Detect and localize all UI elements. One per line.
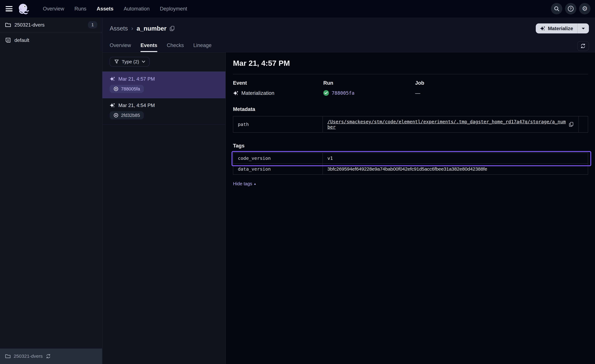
- copy-icon: [569, 122, 574, 127]
- folder-icon: [5, 22, 11, 28]
- nav-item-deployment[interactable]: Deployment: [160, 6, 187, 12]
- materialization-icon: [233, 90, 239, 96]
- run-column-label: Run: [323, 80, 415, 86]
- sidebar-footer[interactable]: 250321-dvers: [0, 349, 102, 364]
- settings-button[interactable]: ⚙: [579, 3, 590, 14]
- sidebar-item-code-location[interactable]: 250321-dvers 1: [0, 17, 102, 33]
- page-title: a_number: [137, 25, 166, 32]
- top-nav: Overview Runs Assets Automation Deployme…: [0, 0, 595, 17]
- job-value: —: [415, 90, 420, 96]
- dagster-logo[interactable]: [17, 2, 30, 15]
- materialization-icon: [110, 76, 115, 82]
- event-list-item[interactable]: Mar 21, 4:54 PM 2fd32b85: [102, 98, 226, 125]
- materialization-icon: [110, 103, 115, 108]
- dagster-app: Overview Runs Assets Automation Deployme…: [0, 0, 595, 364]
- sidebar: 250321-dvers 1 default 250321-dvers: [0, 17, 102, 364]
- materialize-dropdown-button[interactable]: [577, 23, 589, 33]
- hamburger-icon[interactable]: [6, 6, 13, 11]
- table-row: path /Users/smackesey/stm/code/elementl/…: [233, 116, 588, 133]
- hide-tags-link[interactable]: Hide tags ▴: [233, 181, 256, 186]
- copy-icon: [170, 26, 175, 31]
- tag-key: data_version: [233, 164, 323, 175]
- tags-heading: Tags: [233, 143, 588, 149]
- nav-item-assets[interactable]: Assets: [97, 6, 113, 12]
- run-id-tag[interactable]: 788005fa: [110, 85, 144, 93]
- sync-icon: [580, 43, 586, 49]
- event-detail-panel: Mar 21, 4:57 PM Event Materialization: [226, 52, 595, 364]
- tab-lineage[interactable]: Lineage: [193, 42, 212, 52]
- materialize-label: Materialize: [548, 26, 573, 31]
- code-location-name: 250321-dvers: [14, 22, 45, 28]
- tag-value: 3bfc269594ef649228e9a74bab00f042efc91d5a…: [323, 164, 588, 175]
- event-timestamp: Mar 21, 4:57 PM: [118, 76, 155, 82]
- sparkle-icon: [540, 26, 545, 31]
- footer-location-name: 250321-dvers: [14, 354, 42, 359]
- event-detail-title: Mar 21, 4:57 PM: [233, 59, 588, 68]
- table-row: data_version 3bfc269594ef649228e9a74bab0…: [233, 164, 588, 175]
- metadata-table: path /Users/smackesey/stm/code/elementl/…: [233, 116, 588, 133]
- materialize-button[interactable]: Materialize: [536, 23, 577, 33]
- asset-group-icon: [5, 37, 11, 43]
- table-row-highlighted: code_version v1: [233, 153, 588, 164]
- type-filter-button[interactable]: Type (2): [110, 57, 150, 67]
- copy-asset-name-button[interactable]: [170, 26, 175, 31]
- gear-icon: ⚙: [582, 6, 588, 12]
- triangle-up-icon: ▴: [254, 182, 256, 186]
- job-column-label: Job: [415, 80, 588, 86]
- tab-overview[interactable]: Overview: [110, 42, 131, 52]
- refresh-button[interactable]: [577, 41, 589, 51]
- search-icon: [554, 6, 560, 12]
- asset-header: Assets › a_number Materialize: [102, 17, 595, 52]
- tab-checks[interactable]: Checks: [167, 42, 184, 52]
- run-icon: [113, 113, 119, 118]
- chevron-down-icon: [142, 61, 145, 63]
- breadcrumb-assets-link[interactable]: Assets: [110, 25, 128, 32]
- search-button[interactable]: [551, 3, 562, 14]
- run-id-link[interactable]: 788005fa: [332, 90, 354, 96]
- run-success-icon: [323, 90, 329, 96]
- event-timestamp: Mar 21, 4:54 PM: [118, 103, 155, 108]
- nav-item-runs[interactable]: Runs: [74, 6, 86, 12]
- event-type-value: Materialization: [241, 90, 274, 96]
- help-button[interactable]: ?: [565, 3, 576, 14]
- materialize-split-button: Materialize: [536, 23, 589, 33]
- asset-tabs: Overview Events Checks Lineage: [102, 39, 595, 52]
- caret-down-icon: [581, 27, 585, 30]
- asset-count-badge: 1: [88, 21, 97, 28]
- events-list-panel: Type (2) Mar 21, 4:57 PM: [102, 52, 226, 364]
- breadcrumb-separator: ›: [131, 25, 133, 32]
- metadata-heading: Metadata: [233, 106, 588, 112]
- metadata-path-link[interactable]: /Users/smackesey/stm/code/elementl/exper…: [327, 119, 566, 130]
- run-id-tag[interactable]: 2fd32b85: [110, 111, 144, 119]
- sync-icon[interactable]: [46, 354, 51, 359]
- event-list-item[interactable]: Mar 21, 4:57 PM 788005fa: [102, 71, 226, 98]
- nav-item-overview[interactable]: Overview: [43, 6, 64, 12]
- filter-icon: [114, 59, 119, 64]
- sidebar-item-default-group[interactable]: default: [0, 33, 102, 48]
- asset-group-name: default: [14, 37, 29, 43]
- svg-text:?: ?: [570, 7, 572, 11]
- event-column-label: Event: [233, 80, 323, 86]
- nav-item-automation[interactable]: Automation: [124, 6, 150, 12]
- copy-path-button[interactable]: [569, 122, 574, 127]
- breadcrumb: Assets › a_number Materialize: [102, 17, 595, 40]
- metadata-key: path: [233, 116, 323, 133]
- tags-table: code_version v1 data_version 3bfc269594e…: [233, 153, 588, 175]
- run-icon: [113, 86, 119, 91]
- tab-events[interactable]: Events: [141, 42, 157, 52]
- tag-value: v1: [323, 153, 588, 164]
- tag-key: code_version: [233, 153, 323, 164]
- help-icon: ?: [567, 6, 574, 12]
- folder-icon: [5, 353, 11, 359]
- primary-nav: Overview Runs Assets Automation Deployme…: [43, 6, 187, 12]
- type-filter-label: Type (2): [122, 59, 139, 64]
